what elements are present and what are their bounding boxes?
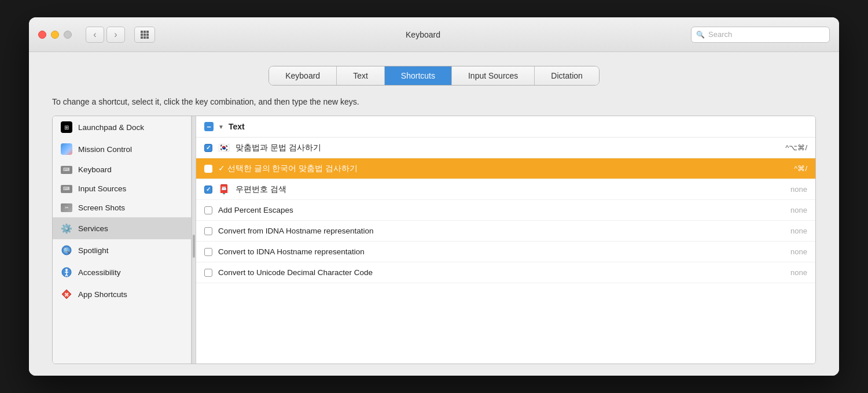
sidebar-scrollbar[interactable]	[192, 116, 196, 364]
keyboard-icon: ⌨	[61, 166, 72, 174]
svg-point-4	[65, 269, 68, 271]
tab-keyboard[interactable]: Keyboard	[269, 66, 337, 85]
forward-button[interactable]: ›	[106, 27, 125, 43]
search-bar[interactable]: 🔍	[691, 27, 830, 43]
flag-icon-row1: 🇰🇷	[218, 142, 230, 153]
titlebar: ‹ › Keyboard 🔍	[29, 17, 839, 52]
checkbox-row4[interactable]	[204, 206, 212, 214]
sidebar-item-spotlight[interactable]: 🔍 Spotlight	[53, 239, 191, 261]
sidebar-label-spotlight: Spotlight	[78, 246, 109, 255]
key-row4: none	[790, 206, 807, 214]
sidebar-item-input-sources[interactable]: ⌨ Input Sources	[53, 179, 191, 198]
sidebar-label-input-sources: Input Sources	[78, 184, 126, 193]
section-header-label: Text	[229, 122, 245, 131]
shortcut-row-1[interactable]: 🇰🇷 맞춤법과 문법 검사하기 ^⌥⌘/	[196, 138, 815, 158]
main-panel: ⊞ Launchpad & Dock Mission Control ⌨ Key…	[52, 116, 816, 364]
sidebar-item-screenshots[interactable]: ✂ Screen Shots	[53, 198, 191, 217]
shortcut-row-3[interactable]: 📮 우편번호 검색 none	[196, 179, 815, 200]
keyboard-preferences-window: ‹ › Keyboard 🔍 Keyboard	[29, 17, 839, 376]
main-content: Keyboard Text Shortcuts Input Sources Di…	[29, 52, 839, 376]
key-row1: ^⌥⌘/	[785, 143, 807, 152]
collapse-icon: ▼	[218, 124, 224, 130]
grid-button[interactable]	[134, 27, 155, 43]
tab-group: Keyboard Text Shortcuts Input Sources Di…	[269, 66, 599, 86]
shortcut-row-4[interactable]: Add Percent Escapes none	[196, 200, 815, 221]
tab-dictation[interactable]: Dictation	[535, 66, 598, 85]
launchpad-icon: ⊞	[61, 121, 72, 133]
sidebar-label-accessibility: Accessibility	[78, 268, 121, 277]
sidebar-item-keyboard[interactable]: ⌨ Keyboard	[53, 160, 191, 179]
label-row1: 맞춤법과 문법 검사하기	[236, 143, 779, 153]
close-button[interactable]	[38, 31, 46, 39]
input-sources-icon: ⌨	[61, 185, 72, 193]
scrollbar-thumb[interactable]	[193, 235, 195, 258]
search-icon: 🔍	[696, 31, 705, 39]
sidebar-label-keyboard: Keyboard	[78, 165, 112, 174]
sidebar-label-mission-control: Mission Control	[78, 145, 132, 154]
sidebar-label-app-shortcuts: App Shortcuts	[78, 290, 127, 299]
shortcut-row-6[interactable]: Convert to IDNA Hostname representation …	[196, 242, 815, 262]
sidebar-label-services: Services	[78, 224, 108, 233]
sidebar-item-services[interactable]: ⚙️ Services	[53, 217, 191, 239]
key-row2: ^⌘/	[794, 164, 807, 173]
label-row4: Add Percent Escapes	[218, 206, 785, 214]
screenshots-icon: ✂	[61, 203, 72, 212]
tab-shortcuts[interactable]: Shortcuts	[385, 66, 452, 85]
tabs-container: Keyboard Text Shortcuts Input Sources Di…	[52, 66, 816, 86]
tab-text[interactable]: Text	[337, 66, 385, 85]
instruction-text: To change a shortcut, select it, click t…	[52, 97, 816, 106]
key-row6: none	[790, 247, 807, 256]
checkbox-row6[interactable]	[204, 248, 212, 256]
traffic-lights	[38, 31, 72, 39]
svg-text:🔍: 🔍	[63, 247, 71, 254]
sidebar: ⊞ Launchpad & Dock Mission Control ⌨ Key…	[53, 116, 192, 364]
checkbox-row5[interactable]	[204, 227, 212, 235]
accessibility-icon	[61, 266, 72, 278]
key-row5: none	[790, 227, 807, 235]
label-row3: 우편번호 검색	[236, 184, 785, 195]
mission-control-icon	[61, 143, 72, 155]
sidebar-item-app-shortcuts[interactable]: ⌘ App Shortcuts	[53, 283, 191, 305]
sidebar-label-screenshots: Screen Shots	[78, 203, 125, 212]
label-row2: ✓ 선택한 글의 한국어 맞춤법 검사하기	[218, 164, 788, 174]
checkbox-row2[interactable]	[204, 165, 212, 173]
forward-icon: ›	[114, 29, 117, 40]
nav-buttons: ‹ ›	[86, 27, 125, 43]
sidebar-item-launchpad[interactable]: ⊞ Launchpad & Dock	[53, 116, 191, 138]
collapse-minus-button[interactable]	[204, 122, 214, 131]
svg-text:⌘: ⌘	[64, 292, 69, 298]
key-row3: none	[790, 185, 807, 194]
grid-icon	[141, 31, 149, 39]
back-icon: ‹	[93, 29, 96, 40]
sidebar-item-mission-control[interactable]: Mission Control	[53, 138, 191, 160]
tab-input-sources[interactable]: Input Sources	[452, 66, 535, 85]
search-input[interactable]	[708, 30, 825, 39]
services-icon: ⚙️	[61, 223, 72, 234]
checkbox-row1[interactable]	[204, 144, 212, 152]
sidebar-item-accessibility[interactable]: Accessibility	[53, 261, 191, 283]
minimize-button[interactable]	[51, 31, 59, 39]
spotlight-icon: 🔍	[61, 244, 72, 256]
checkbox-row7[interactable]	[204, 269, 212, 277]
shortcut-row-2[interactable]: ✓ 선택한 글의 한국어 맞춤법 검사하기 ^⌘/	[196, 158, 815, 179]
section-header-text: ▼ Text	[196, 116, 815, 138]
label-row7: Convert to Unicode Decimal Character Cod…	[218, 268, 785, 277]
window-title: Keyboard	[162, 30, 684, 39]
service-icon-row3: 📮	[218, 184, 230, 195]
right-panel: ▼ Text 🇰🇷 맞춤법과 문법 검사하기 ^⌥⌘/ ✓ 선택한 글의 한국어…	[196, 116, 815, 364]
label-row5: Convert from IDNA Hostname representatio…	[218, 227, 785, 235]
sidebar-label-launchpad: Launchpad & Dock	[78, 123, 144, 132]
shortcut-row-7[interactable]: Convert to Unicode Decimal Character Cod…	[196, 262, 815, 283]
app-shortcuts-icon: ⌘	[61, 288, 72, 300]
shortcut-row-5[interactable]: Convert from IDNA Hostname representatio…	[196, 221, 815, 242]
key-row7: none	[790, 268, 807, 277]
back-button[interactable]: ‹	[86, 27, 104, 43]
label-row6: Convert to IDNA Hostname representation	[218, 247, 785, 256]
maximize-button[interactable]	[64, 31, 72, 39]
checkbox-row3[interactable]	[204, 186, 212, 194]
